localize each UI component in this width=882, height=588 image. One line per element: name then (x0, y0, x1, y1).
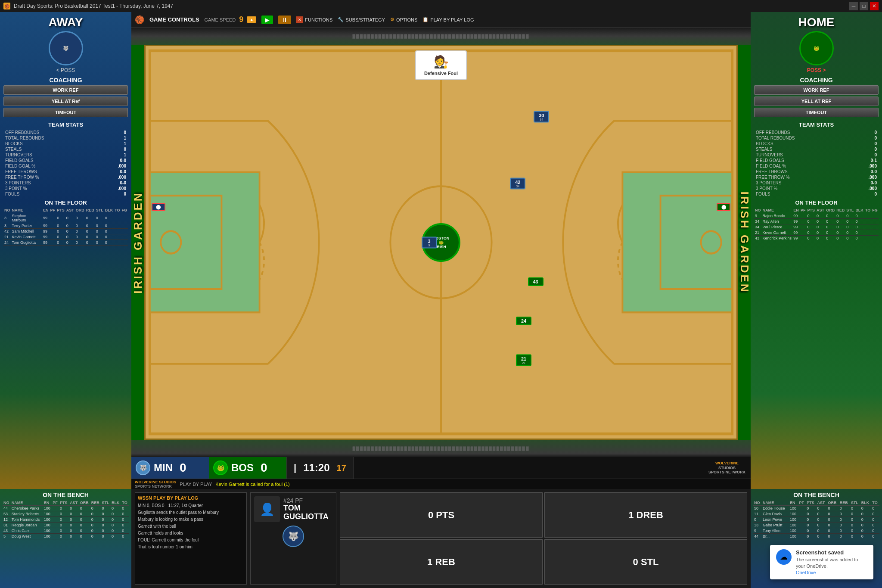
away-players-table: NO NAME EN PF PTS AST ORB REB STL BLK TO… (3, 208, 128, 246)
away-work-ref-button[interactable]: WORK REF (3, 85, 128, 95)
home-stat-row: 3 POINTERS0-0 (754, 180, 879, 186)
table-row[interactable]: 21Kevin Garnett99000000 (754, 230, 879, 236)
notif-title: Screenshot saved (796, 549, 867, 556)
away-stat-row: BLOCKS1 (3, 141, 128, 146)
col-orb: ORB (75, 208, 85, 213)
away-stat-row: 3 POINTERS0-0 (3, 180, 128, 186)
list-item[interactable]: 13Gabe Pruitt1000000000 (753, 523, 879, 528)
table-row[interactable]: 34Ray Allen99000000 (754, 219, 879, 224)
home-bench-table: NO NAME EN PF PTS AST ORB REB STL BLK TO… (753, 500, 879, 539)
away-stats-section: OFF REBOUNDS0TOTAL REBOUNDS1BLOCKS1STEAL… (3, 130, 128, 197)
gc-pause-button[interactable]: ⏸ (278, 16, 291, 24)
pbp-log-entry: That is foul number 1 on him (138, 544, 244, 551)
scoreboard-shot-clock: 17 (337, 463, 346, 473)
player-token-30: 30 34 (534, 111, 549, 122)
col-blk: BLK (104, 208, 114, 213)
home-yell-at-ref-button[interactable]: YELL AT REF (754, 96, 879, 106)
table-row[interactable]: 24Tom Gugliotta99000000 (3, 240, 128, 246)
col-pts-h: PTS (806, 208, 816, 213)
reb-stat-box[interactable]: 1 REB (340, 539, 543, 585)
gc-play-button[interactable]: ▶ (261, 16, 273, 24)
bench-col-en: EN (43, 500, 52, 506)
list-item[interactable]: 44Br...1000000000 (753, 534, 879, 539)
table-row[interactable]: 3Stephon Marbury99000000 (3, 213, 128, 223)
away-stat-row: FIELD GOALS0-0 (3, 158, 128, 163)
scoreboard: 🐺 MIN 0 🐸 BOS 0 | 11:20 17 (131, 457, 751, 479)
bench-col-pf-h: PF (798, 500, 806, 506)
gc-speed-up-button[interactable]: ▲ (247, 16, 256, 23)
home-timeout-button[interactable]: TIMEOUT (754, 108, 879, 117)
pts-stat-box[interactable]: 0 PTS (340, 492, 543, 538)
gc-pbp-label: PLAY BY PLAY LOG (430, 17, 474, 22)
pbp-log-entry: Garnett with the ball (138, 523, 244, 530)
table-row[interactable]: 3Terry Porter99000000 (3, 223, 128, 229)
bench-col-stl: STL (101, 500, 111, 506)
col-pts: PTS (56, 208, 65, 213)
away-bench-panel: ON THE BENCH NO NAME EN PF PTS AST ORB R… (0, 489, 131, 588)
list-item[interactable]: 44Cherokee Parks1000000000 (3, 506, 129, 511)
home-stat-row: FIELD GOALS0-1 (754, 158, 879, 163)
away-panel: AWAY 🐺 < POSS COACHING WORK REF YELL AT … (0, 12, 131, 489)
away-stat-row: 3 POINT %.000 (3, 186, 128, 191)
home-stat-row: FOULS0 (754, 191, 879, 197)
court-text-left: IRISH GARDEN (131, 191, 145, 293)
bottom-section: ON THE BENCH NO NAME EN PF PTS AST ORB R… (0, 489, 882, 588)
home-panel: HOME 🐸 POSS > COACHING WORK REF YELL AT … (751, 12, 882, 489)
court-text-right: IRISH GARDEN (738, 191, 751, 293)
bench-col-ast: AST (69, 500, 79, 506)
away-stat-row: FOULS0 (3, 191, 128, 197)
away-yell-at-ref-button[interactable]: YELL AT Ref (3, 96, 128, 106)
stl-stat-box[interactable]: 0 STL (544, 539, 747, 585)
table-row[interactable]: 34Paul Pierce99000000 (754, 224, 879, 230)
list-item[interactable]: 0Leon Powe1000000000 (753, 517, 879, 523)
close-button[interactable]: ✕ (870, 2, 879, 10)
table-row[interactable]: 21Kevin Garnett99000000 (3, 234, 128, 240)
pbp-log-entries: MIN 0, BOS 0 - 11:27, 1st QuarterGugliot… (138, 502, 244, 551)
away-poss: < POSS (3, 67, 128, 73)
col-name-h: NAME (762, 208, 793, 213)
home-work-ref-button[interactable]: WORK REF (754, 85, 879, 95)
col-name: NAME (11, 208, 43, 213)
table-row[interactable]: 43Kendrick Perkins99000000 (754, 236, 879, 241)
away-stat-row: STEALS0 (3, 146, 128, 152)
list-item[interactable]: 53Stanley Roberts1000000000 (3, 511, 129, 517)
col-pf-h: PF (800, 208, 807, 213)
scoreboard-away-score: 0 (180, 461, 186, 475)
pbp-logo: WOLVERINE STUDIOS SPORTS NETWORK (135, 480, 176, 488)
screenshot-notification: ☁ Screenshot saved The screenshot was ad… (770, 545, 873, 579)
home-on-floor-label: ON THE FLOOR (754, 199, 879, 206)
list-item[interactable]: 5Doug West1000000000 (3, 534, 129, 539)
list-item[interactable]: 50Eddie House1000000000 (753, 506, 879, 511)
home-team-logo: 🐸 (799, 31, 834, 65)
pbp-current-play: Kevin Garnett is called for a foul (1) (215, 482, 289, 487)
home-bench-label: ON THE BENCH (753, 492, 879, 498)
bench-col-no: NO (3, 500, 11, 506)
gc-pbp-button[interactable]: 📋 PLAY BY PLAY LOG (422, 17, 474, 22)
minimize-button[interactable]: ─ (849, 2, 858, 10)
list-item[interactable]: 11Glen Davis1000000000 (753, 511, 879, 517)
home-stat-row: FREE THROW %.000 (754, 174, 879, 180)
gc-functions-button[interactable]: ✕ FUNCTIONS (296, 16, 332, 23)
away-timeout-button[interactable]: TIMEOUT (3, 108, 128, 117)
list-item[interactable]: 9Tony Allen1000000000 (753, 528, 879, 534)
home-coaching-label: COACHING (754, 77, 879, 84)
bench-col-name: NAME (11, 500, 43, 506)
notif-body: The screenshot was added to your OneDriv… (796, 557, 867, 569)
pbp-log-entry: Marbury is looking to make a pass (138, 516, 244, 523)
list-item[interactable]: 31Reggie Jordan1000000000 (3, 523, 129, 528)
foul-popup: 🧑‍⚖️ Defensive Foul (415, 50, 467, 80)
stands-bottom: ▓▓▓▓▓▓▓▓▓▓▓▓▓▓▓▓▓▓▓▓▓▓▓▓▓▓▓▓▓▓▓▓▓▓▓▓▓▓▓▓… (131, 440, 751, 457)
gc-options-button[interactable]: ⚙ OPTIONS (390, 17, 418, 22)
list-item[interactable]: 12Tom Hammonds1000000000 (3, 517, 129, 523)
gc-subs-button[interactable]: 🔧 SUBS/STRATEGY (338, 17, 385, 22)
home-stat-row: FIELD GOAL %.000 (754, 163, 879, 169)
bench-col-orb-h: ORB (827, 500, 839, 506)
pbp-log-box[interactable]: WSSN PLAY BY PLAY LOG MIN 0, BOS 0 - 11:… (135, 492, 247, 585)
bench-col-to: TO (121, 500, 129, 506)
bench-col-no-h: NO (753, 500, 762, 506)
maximize-button[interactable]: □ (860, 2, 868, 10)
list-item[interactable]: 43Chris Carr1000000000 (3, 528, 129, 534)
table-row[interactable]: 9Rajon Rondo99000000 (754, 213, 879, 219)
table-row[interactable]: 42Sam Mitchell99000000 (3, 229, 128, 234)
dreb-stat-box[interactable]: 1 DREB (544, 492, 747, 538)
